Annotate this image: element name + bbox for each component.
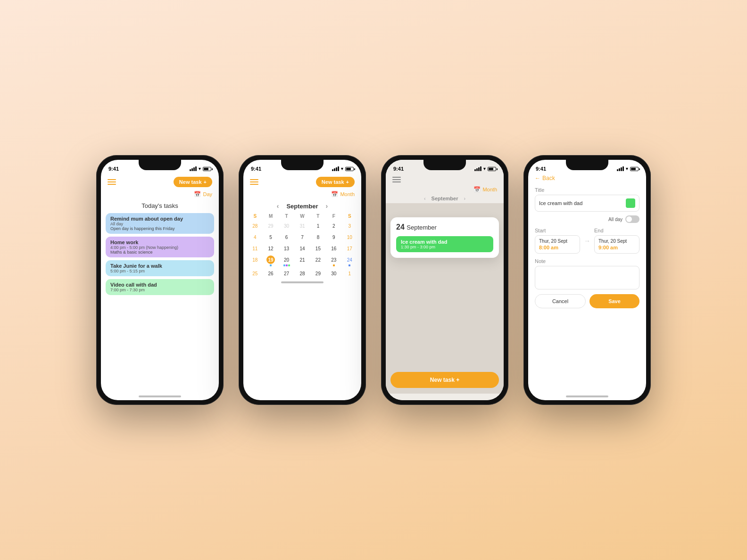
cancel-button[interactable]: Cancel (535, 294, 586, 308)
notch-4 (566, 160, 608, 170)
new-task-button-2[interactable]: New task + (316, 177, 355, 187)
cal-day-20[interactable]: 20 (279, 255, 294, 267)
task-title-remind: Remind mum about open day (110, 216, 209, 222)
cal-day-13[interactable]: 13 (279, 243, 294, 254)
cal-day-10[interactable]: 10 (342, 232, 357, 242)
cal-day-30a[interactable]: 30 (279, 221, 294, 231)
battery-icon (203, 167, 211, 171)
calendar-icon-day: 📅 (194, 191, 201, 198)
cal-row-5: 25 26 27 28 29 30 1 (247, 268, 357, 279)
cal-day-2[interactable]: 2 (326, 221, 341, 231)
day-detail-card: 24 September Ice cream with dad 1:30 pm … (390, 217, 499, 258)
task-card-walk[interactable]: Take Junie for a walk 5:00 pm - 5:15 pm (106, 260, 214, 276)
save-button[interactable]: Save (589, 294, 639, 308)
view-toggle-day[interactable]: 📅 Day (101, 191, 219, 200)
task-card-video[interactable]: Video call with dad 7:00 pm - 7:30 pm (106, 279, 214, 295)
cal-day-29b[interactable]: 29 (310, 268, 326, 279)
notch-2 (281, 160, 324, 170)
cal-day-18[interactable]: 18 (247, 255, 263, 267)
cal-day-25[interactable]: 25 (247, 268, 263, 279)
start-box[interactable]: Thur, 20 Sept 8:00 am (535, 235, 580, 254)
cal-day-14[interactable]: 14 (294, 243, 310, 254)
cal-day-16[interactable]: 16 (326, 243, 341, 254)
status-time-2: 9:41 (251, 166, 261, 172)
signal-icon-2 (332, 166, 339, 171)
cal-day-9[interactable]: 9 (326, 232, 341, 242)
status-time-1: 9:41 (108, 166, 119, 172)
col-wed: W (294, 214, 310, 219)
cal-day-21[interactable]: 21 (294, 255, 310, 267)
status-icons-2: ▾ (332, 166, 354, 171)
cal-day-1b[interactable]: 1 (342, 268, 357, 279)
prev-month-btn[interactable]: ‹ (277, 202, 279, 210)
col-sat: S (342, 214, 357, 219)
signal-icon-3 (474, 166, 481, 171)
task-time-remind: All day (110, 222, 209, 226)
add-event-content: ← Back Title Ice cream with dad All day (528, 175, 646, 394)
start-time: 8:00 am (539, 245, 576, 250)
wifi-icon-2: ▾ (341, 166, 343, 171)
start-col: Start Thur, 20 Sept 8:00 am (535, 228, 580, 254)
wifi-icon-4: ▾ (626, 166, 628, 171)
cal-day-3[interactable]: 3 (342, 221, 357, 231)
menu-icon-3[interactable] (392, 177, 401, 182)
cal-row-2: 4 5 6 7 8 9 10 (247, 232, 357, 242)
task-card-homework[interactable]: Home work 4:00 pm - 5:00 pm (Now happeni… (106, 237, 214, 257)
home-indicator-4 (566, 395, 608, 397)
back-button[interactable]: ← Back (535, 175, 639, 181)
cal-day-12[interactable]: 12 (263, 243, 278, 254)
cal-day-7[interactable]: 7 (294, 232, 310, 242)
title-input[interactable]: Ice cream with dad (535, 195, 639, 212)
cal-day-11[interactable]: 11 (247, 243, 263, 254)
cal-day-19[interactable]: 19 (263, 255, 278, 267)
cal-day-6[interactable]: 6 (279, 232, 294, 242)
cal-day-5[interactable]: 5 (263, 232, 278, 242)
next-3[interactable]: › (464, 196, 465, 201)
task-desc-remind: Open day is happening this Friday (110, 226, 209, 231)
cal-day-8[interactable]: 8 (310, 232, 326, 242)
note-input[interactable] (535, 266, 639, 289)
wifi-icon: ▾ (199, 166, 201, 171)
allday-toggle[interactable] (625, 215, 639, 223)
back-arrow-icon: ← (535, 175, 540, 181)
task-title-walk: Take Junie for a walk (110, 263, 209, 269)
cal-day-1[interactable]: 1 (310, 221, 326, 231)
new-task-full-button[interactable]: New task + (390, 372, 499, 388)
toggle-knob (626, 216, 632, 222)
status-icons-3: ▾ (474, 166, 496, 171)
cal-day-28a[interactable]: 28 (247, 221, 263, 231)
title-label: Title (535, 187, 639, 193)
cal-day-22[interactable]: 22 (310, 255, 326, 267)
cal-day-4[interactable]: 4 (247, 232, 263, 242)
new-task-button-1[interactable]: New task + (174, 177, 212, 187)
menu-icon-2[interactable] (250, 179, 258, 185)
cal-day-26[interactable]: 26 (263, 268, 278, 279)
end-box[interactable]: Thur, 20 Sept 9:00 am (594, 235, 639, 254)
task-desc-homework: Maths & basic science (110, 250, 209, 255)
event-time: 1:30 pm - 3:00 pm (401, 245, 489, 249)
menu-icon-1[interactable] (108, 179, 116, 185)
datetime-row: Start Thur, 20 Sept 8:00 am → End Thur, … (535, 228, 639, 254)
battery-icon-2 (345, 167, 354, 171)
view-toggle-3[interactable]: 📅 Month (386, 186, 504, 196)
cal-day-17[interactable]: 17 (342, 243, 357, 254)
phone1-screen: 9:41 ▾ New task + 📅 (101, 160, 219, 400)
task-card-remind[interactable]: Remind mum about open day All day Open d… (106, 213, 214, 234)
cal-day-30[interactable]: 30 (326, 268, 341, 279)
signal-icon (190, 166, 197, 171)
color-swatch[interactable] (626, 198, 635, 208)
cal-day-31a[interactable]: 31 (294, 221, 310, 231)
cal-day-27[interactable]: 27 (279, 268, 294, 279)
cal-day-28b[interactable]: 28 (294, 268, 310, 279)
view-toggle-month[interactable]: 📅 Month (243, 191, 361, 200)
cal-day-24[interactable]: 24 (342, 255, 357, 267)
phones-container: 9:41 ▾ New task + 📅 (96, 155, 651, 405)
cal-day-23[interactable]: 23 (326, 255, 341, 267)
arrow-icon: → (584, 237, 590, 245)
next-month-btn[interactable]: › (326, 202, 328, 210)
prev-3[interactable]: ‹ (424, 196, 426, 201)
cal-day-29a[interactable]: 29 (263, 221, 278, 231)
event-card[interactable]: Ice cream with dad 1:30 pm - 3:00 pm (396, 236, 493, 252)
cal-day-15[interactable]: 15 (310, 243, 326, 254)
battery-icon-4 (630, 167, 639, 171)
